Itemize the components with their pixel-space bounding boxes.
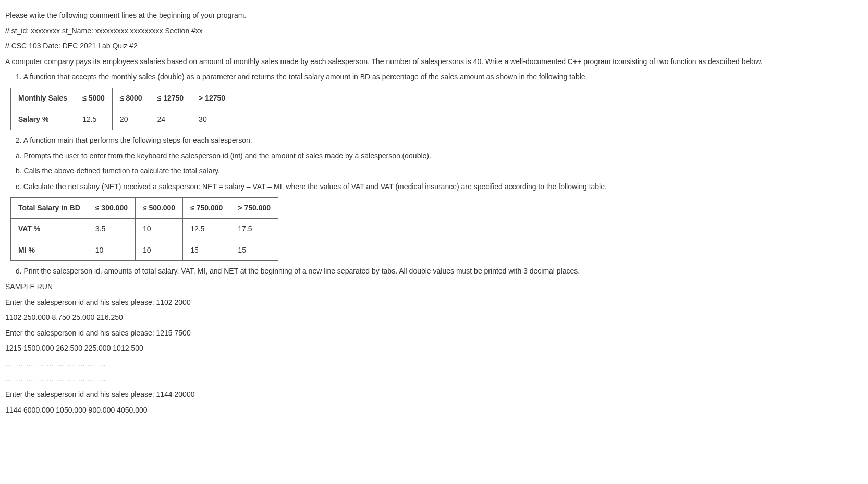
step-2: 2. A function main that performs the fol… [16,135,863,146]
cell-header: VAT % [11,219,88,240]
sales-salary-table: Monthly Sales ≤ 5000 ≤ 8000 ≤ 12750 > 12… [10,88,233,130]
cell: 15 [230,240,278,261]
intro-line: Please write the following comment lines… [5,10,863,21]
sample-line: Enter the salesperson id and his sales p… [5,390,863,400]
sample-ellipsis: … … … … … … … … … … [5,374,863,384]
cell: 17.5 [230,219,278,240]
cell: > 750.000 [230,197,278,219]
vat-mi-table: Total Salary in BD ≤ 300.000 ≤ 500.000 ≤… [10,197,278,262]
cell: 10 [135,240,182,261]
cell-header: Salary % [11,109,75,130]
table-row: VAT % 3.5 10 12.5 17.5 [11,219,278,240]
cell: ≤ 12750 [150,88,191,109]
cell: ≤ 300.000 [88,197,135,219]
substep-d: d. Print the salesperson id, amounts of … [16,266,863,277]
substep-a: a. Prompts the user to enter from the ke… [16,151,863,162]
cell: 3.5 [88,219,135,240]
table-row: Total Salary in BD ≤ 300.000 ≤ 500.000 ≤… [11,197,278,219]
cell: 10 [135,219,182,240]
cell: ≤ 750.000 [183,197,230,219]
cell: ≤ 8000 [112,88,150,109]
sample-line: 1215 1500.000 262.500 225.000 1012.500 [5,343,863,354]
step-1: 1. A function that accepts the monthly s… [16,72,863,82]
cell: 10 [88,240,135,261]
cell: 12.5 [75,109,113,130]
sample-line: Enter the salesperson id and his sales p… [5,297,863,308]
sample-ellipsis: … … … … … … … … … … [5,359,863,369]
sample-line: 1144 6000.000 1050.000 900.000 4050.000 [5,405,863,416]
problem-description: A computer company pays its employees sa… [5,57,863,67]
comment-line-2: // CSC 103 Date: DEC 2021 Lab Quiz #2 [5,41,863,52]
cell: 20 [112,109,150,130]
sample-line: Enter the salesperson id and his sales p… [5,328,863,339]
sample-run-title: SAMPLE RUN [5,282,863,292]
cell: 30 [191,109,233,130]
cell: ≤ 5000 [75,88,113,109]
cell: 15 [183,240,230,261]
cell-header: Monthly Sales [11,88,75,109]
cell: 12.5 [183,219,230,240]
substep-c: c. Calculate the net salary (NET) receiv… [16,182,863,192]
cell: 24 [150,109,191,130]
cell-header: Total Salary in BD [11,197,88,219]
cell: ≤ 500.000 [135,197,182,219]
table-row: Salary % 12.5 20 24 30 [11,109,233,130]
table-row: Monthly Sales ≤ 5000 ≤ 8000 ≤ 12750 > 12… [11,88,233,109]
cell-header: MI % [11,240,88,261]
comment-line-1: // st_id: xxxxxxxx st_Name: xxxxxxxxx xx… [5,26,863,36]
cell: > 12750 [191,88,233,109]
sample-line: 1102 250.000 8.750 25.000 216.250 [5,313,863,323]
substep-b: b. Calls the above-defined fumction to c… [16,166,863,177]
table-row: MI % 10 10 15 15 [11,240,278,261]
